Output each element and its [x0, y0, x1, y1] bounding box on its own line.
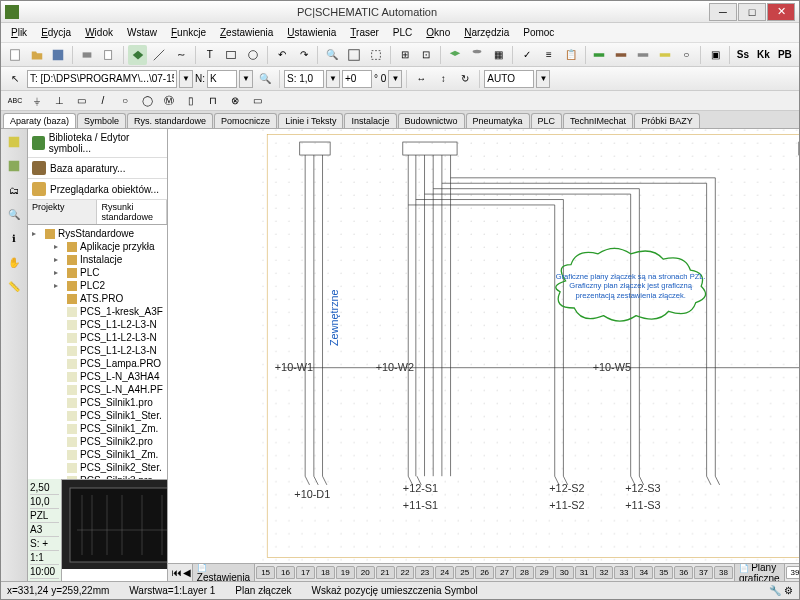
cattab-rys[interactable]: Rys. standardowe — [127, 113, 213, 128]
ptab-active[interactable]: 39 — [786, 566, 800, 579]
ptab-num[interactable]: 15 — [256, 566, 275, 579]
sym-fuse-icon[interactable]: ▯ — [181, 91, 201, 111]
ptab-plany[interactable]: 📄 Plany graficzne — [734, 563, 785, 581]
close-button[interactable]: ✕ — [767, 3, 795, 21]
s-dropdown[interactable]: ▼ — [326, 70, 340, 88]
menu-ustawienia[interactable]: Ustawienia — [281, 25, 342, 40]
tree-root[interactable]: ▸RysStandardowe — [30, 227, 165, 240]
path-dropdown[interactable]: ▼ — [179, 70, 193, 88]
tree-item[interactable]: ▸PLC — [30, 266, 165, 279]
ptab-zest[interactable]: 📄 Zestawienia — [192, 563, 255, 581]
menu-zestawienia[interactable]: Zestawienia — [214, 25, 279, 40]
cattab-linie[interactable]: Linie i Teksty — [278, 113, 343, 128]
menu-narzedzia[interactable]: Narzędzia — [458, 25, 515, 40]
ptab-num[interactable]: 35 — [654, 566, 673, 579]
tree-item[interactable]: PCS_1-kresk_A3F — [30, 305, 165, 318]
ptab-num[interactable]: 33 — [614, 566, 633, 579]
ptab-num[interactable]: 20 — [356, 566, 375, 579]
ptab-num[interactable]: 17 — [296, 566, 315, 579]
ptab-num[interactable]: 32 — [595, 566, 614, 579]
proj-open-icon[interactable] — [3, 155, 25, 177]
print-preview-icon[interactable] — [99, 45, 119, 65]
tree-item[interactable]: PCS_L-N_A4H.PF — [30, 383, 165, 396]
zoom-fit-icon[interactable] — [344, 45, 364, 65]
sym-contact-icon[interactable]: ⊥ — [49, 91, 69, 111]
tree-item[interactable]: PCS_Silnik1_Zm. — [30, 448, 165, 461]
cattab-bud[interactable]: Budownictwo — [398, 113, 465, 128]
ptab-num[interactable]: 18 — [316, 566, 335, 579]
ss-button[interactable]: Ss — [734, 45, 752, 65]
minimize-button[interactable]: ─ — [709, 3, 737, 21]
text-tool-icon[interactable]: T — [200, 45, 220, 65]
angle-dropdown[interactable]: ▼ — [388, 70, 402, 88]
sym-contactor-icon[interactable]: ⊓ — [203, 91, 223, 111]
tree-item[interactable]: PCS_L1-L2-L3-N — [30, 318, 165, 331]
ptab-num[interactable]: 28 — [515, 566, 534, 579]
zero-field[interactable] — [342, 70, 372, 88]
undo-icon[interactable]: ↶ — [272, 45, 292, 65]
pb-button[interactable]: PB — [775, 45, 795, 65]
panel-biblioteka[interactable]: Biblioteka / Edytor symboli... — [28, 129, 167, 158]
cattab-aparaty[interactable]: Aparaty (baza) — [3, 113, 76, 128]
cattab-pomoc[interactable]: Pomocnicze — [214, 113, 277, 128]
menu-wstaw[interactable]: Wstaw — [121, 25, 163, 40]
ptab-num[interactable]: 21 — [376, 566, 395, 579]
tree-item[interactable]: PCS_Silnik2.pro — [30, 435, 165, 448]
measure-icon[interactable]: 📏 — [3, 275, 25, 297]
sym-switch-icon[interactable]: / — [93, 91, 113, 111]
menu-edycja[interactable]: Edycja — [35, 25, 77, 40]
ptab-num[interactable]: 34 — [634, 566, 653, 579]
tree-item[interactable]: PCS_Silnik1.pro — [30, 396, 165, 409]
menu-okno[interactable]: Okno — [420, 25, 456, 40]
ptab-num[interactable]: 30 — [555, 566, 574, 579]
ptab-num[interactable]: 37 — [694, 566, 713, 579]
tree-item[interactable]: ▸Aplikacje przykła — [30, 240, 165, 253]
cattab-symbole[interactable]: Symbole — [77, 113, 126, 128]
tree-item[interactable]: PCS_Lampa.PRO — [30, 357, 165, 370]
circle-tool-icon[interactable] — [243, 45, 263, 65]
ptab-num[interactable]: 16 — [276, 566, 295, 579]
menu-traser[interactable]: Traser — [344, 25, 385, 40]
ptab-num[interactable]: 38 — [714, 566, 733, 579]
sym-lamp-icon[interactable]: ⊗ — [225, 91, 245, 111]
symbol-tool-icon[interactable] — [128, 45, 148, 65]
ptab-num[interactable]: 36 — [674, 566, 693, 579]
search-icon[interactable]: 🔍 — [255, 69, 275, 89]
ptab-num[interactable]: 22 — [396, 566, 415, 579]
open-icon[interactable] — [27, 45, 47, 65]
hand-icon[interactable]: ✋ — [3, 251, 25, 273]
report-icon[interactable]: 📋 — [561, 45, 581, 65]
cattab-inst[interactable]: Instalacje — [344, 113, 396, 128]
ptab-num[interactable]: 31 — [575, 566, 594, 579]
save-icon[interactable] — [48, 45, 68, 65]
ptab-num[interactable]: 24 — [435, 566, 454, 579]
wire-gray-icon[interactable] — [633, 45, 653, 65]
grid-icon[interactable]: ⊞ — [395, 45, 415, 65]
proj-new-icon[interactable] — [3, 131, 25, 153]
redo-icon[interactable]: ↷ — [294, 45, 314, 65]
arc-tool-icon[interactable]: ∼ — [171, 45, 191, 65]
ptab-num[interactable]: 26 — [475, 566, 494, 579]
maximize-button[interactable]: □ — [738, 3, 766, 21]
menu-funkcje[interactable]: Funkcje — [165, 25, 212, 40]
tree-item[interactable]: ATS.PRO — [30, 292, 165, 305]
info-icon[interactable]: ℹ — [3, 227, 25, 249]
tree-view[interactable]: ▸RysStandardowe ▸Aplikacje przykła▸Insta… — [28, 225, 167, 479]
proj-tree-icon[interactable]: 🗂 — [3, 179, 25, 201]
auto-dropdown[interactable]: ▼ — [536, 70, 550, 88]
cattab-tech[interactable]: TechnIMechat — [563, 113, 633, 128]
sym-terminal-icon[interactable]: ○ — [115, 91, 135, 111]
layers-icon[interactable] — [445, 45, 465, 65]
tree-item[interactable]: PCS_Silnik1_Ster. — [30, 409, 165, 422]
ptab-num[interactable]: 29 — [535, 566, 554, 579]
menu-pomoc[interactable]: Pomoc — [517, 25, 560, 40]
menu-plc[interactable]: PLC — [387, 25, 418, 40]
tree-item[interactable]: ▸Instalacje — [30, 253, 165, 266]
menu-widok[interactable]: Widok — [79, 25, 119, 40]
sym-relay-icon[interactable]: ▭ — [71, 91, 91, 111]
n-dropdown[interactable]: ▼ — [239, 70, 253, 88]
n-field[interactable] — [207, 70, 237, 88]
rotate-icon[interactable]: ↻ — [455, 69, 475, 89]
sym-res-icon[interactable]: ▭ — [247, 91, 267, 111]
tree-item[interactable]: PCS_L1-L2-L3-N — [30, 344, 165, 357]
